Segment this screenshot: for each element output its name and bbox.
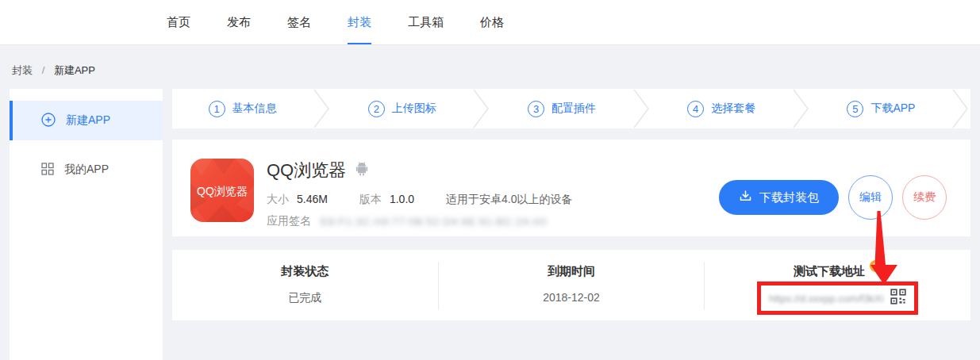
step-label: 选择套餐 [711,101,755,116]
step-chevron-icon [792,89,811,128]
size-value: 5.46M [297,193,328,205]
step-number-badge: 1 [209,101,225,117]
step-chevron-icon [951,89,970,128]
step-basic-info[interactable]: 1 基本信息 [172,101,313,117]
action-buttons: 下载封装包 编辑 续费 [719,159,947,236]
nav-item-sign[interactable]: 签名 [287,0,311,44]
top-nav: 首页 发布 签名 封装 工具箱 价格 [0,0,980,45]
test-download-url-link[interactable]: https://d.xxxpp.com/f3kXi [769,293,884,304]
nav-item-publish[interactable]: 发布 [227,0,251,44]
step-choose-plan[interactable]: 4 选择套餐 [651,101,792,117]
breadcrumb-section[interactable]: 封装 [12,64,33,76]
sidebar-item-label: 我的APP [64,163,109,177]
version-label: 版本 [359,193,382,207]
step-upload-icon[interactable]: 2 上传图标 [332,101,472,117]
highlight-box: https://d.xxxpp.com/f3kXi [757,281,919,315]
status-column-test-download-url: 测试下载地址 ? https://d.xxxpp.com/f3kXi [705,250,970,320]
status-header: 到期时间 [548,264,595,279]
size-label: 大小 [267,193,289,207]
download-icon [739,190,752,205]
status-column-expiry-date: 到期时间 2018-12-02 [439,250,705,320]
sidebar-item-new-app[interactable]: 新建APP [10,101,163,140]
app-info: QQ浏览器 [267,159,573,236]
download-package-button[interactable]: 下载封装包 [719,180,839,215]
plus-circle-icon [41,113,56,129]
help-icon[interactable]: ? [870,260,882,272]
status-header: 封装状态 [281,264,329,279]
signature-masked-value: E8:F1:3C:A9:77:0B:52:D4:6E:91:BC:24:A0 [321,216,547,228]
step-number-badge: 3 [528,101,544,117]
status-card: 封装状态 已完成 到期时间 2018-12-02 测试下载地址 ? https:… [172,250,970,320]
sidebar-item-label: 新建APP [66,113,110,128]
page: 首页 发布 签名 封装 工具箱 价格 封装 / 新建APP 新建APP 我的AP… [0,0,980,360]
step-configure-plugins[interactable]: 3 配置插件 [491,101,632,117]
sidebar: 新建APP 我的APP [10,89,163,360]
grid-icon [41,163,54,178]
download-button-label: 下载封装包 [759,190,819,205]
compatibility-text: 适用于安卓4.0以上的设备 [446,193,572,207]
step-chevron-icon [472,89,491,128]
nav-item-price[interactable]: 价格 [480,0,504,44]
nav-item-home[interactable]: 首页 [167,0,190,44]
breadcrumb: 封装 / 新建APP [0,45,980,89]
step-number-badge: 4 [687,101,704,117]
step-download-app[interactable]: 5 下载APP [811,101,951,117]
step-wizard: 1 基本信息 2 上传图标 3 配置插件 4 选择套餐 [172,89,970,128]
version-value: 1.0.0 [390,193,414,205]
step-label: 基本信息 [233,101,277,116]
step-number-badge: 5 [847,101,863,117]
step-label: 上传图标 [392,101,436,116]
android-icon [354,160,370,181]
nav-item-toolbox[interactable]: 工具箱 [408,0,444,44]
app-icon-label: QQ浏览器 [197,185,248,197]
step-label: 配置插件 [551,101,596,116]
step-chevron-icon [313,89,332,128]
app-title: QQ浏览器 [267,159,346,182]
edit-button[interactable]: 编辑 [848,175,893,220]
step-chevron-icon [632,89,651,128]
status-header: 测试下载地址 [794,264,865,279]
qr-code-icon[interactable] [890,289,906,308]
app-icon: QQ浏览器 [190,159,254,222]
status-value: 已完成 [288,291,321,305]
status-column-package-state: 封装状态 已完成 [172,250,438,320]
main-content: 1 基本信息 2 上传图标 3 配置插件 4 选择套餐 [172,89,970,320]
step-number-badge: 2 [368,101,385,117]
breadcrumb-separator: / [42,64,45,76]
renew-button[interactable]: 续费 [902,175,947,220]
app-card: QQ浏览器 QQ浏览器 [172,140,970,236]
signature-label: 应用签名 [267,214,311,228]
status-value: 2018-12-02 [543,291,600,304]
step-label: 下载APP [870,101,915,116]
nav-item-package[interactable]: 封装 [348,0,371,44]
breadcrumb-current: 新建APP [54,64,95,76]
sidebar-item-my-app[interactable]: 我的APP [10,150,163,190]
